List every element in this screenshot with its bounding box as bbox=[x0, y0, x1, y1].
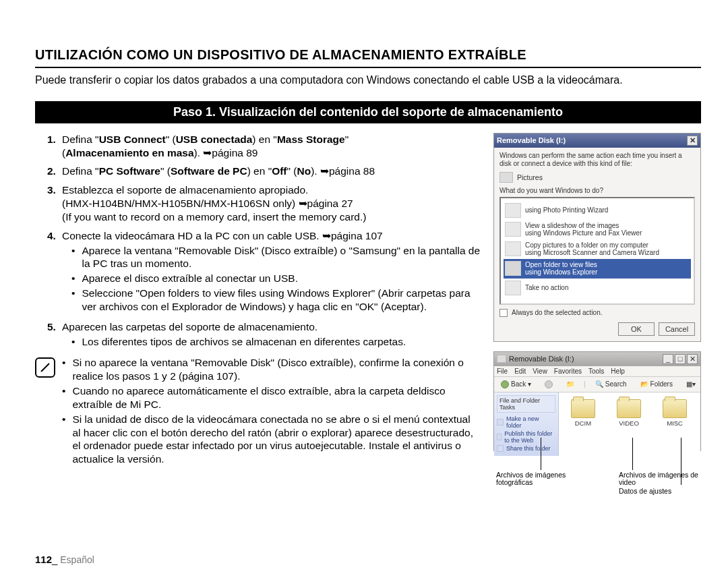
forward-button[interactable] bbox=[541, 379, 557, 390]
text: " bbox=[345, 134, 349, 145]
option-sub: using Windows Explorer bbox=[525, 268, 597, 276]
task-panel: File and Folder Tasks Make a new folder … bbox=[494, 392, 559, 456]
always-checkbox[interactable] bbox=[499, 309, 508, 317]
menu-help[interactable]: Help bbox=[611, 368, 625, 375]
dialog-desc: Windows can perform the same action each… bbox=[499, 152, 695, 168]
folder-icon bbox=[571, 399, 595, 418]
step-heading: Paso 1. Visualización del contenido del … bbox=[35, 101, 701, 123]
minimize-button[interactable]: _ bbox=[663, 354, 673, 364]
text: " ( bbox=[160, 165, 171, 177]
menu-favorites[interactable]: Favorites bbox=[554, 368, 582, 375]
up-button[interactable]: 📁 bbox=[562, 379, 578, 389]
dialog-prompt: What do you want Windows to do? bbox=[499, 187, 695, 194]
menu-edit[interactable]: Edit bbox=[514, 368, 526, 375]
note-item: Si la unidad de disco de la videocámara … bbox=[72, 413, 481, 466]
views-button[interactable]: ▦▾ bbox=[682, 379, 700, 389]
intro-text: Puede transferir o copiar los datos grab… bbox=[35, 74, 701, 88]
text: Almacenamiento en masa bbox=[65, 147, 193, 158]
maximize-button[interactable]: □ bbox=[675, 354, 686, 364]
menu-bar[interactable]: File Edit View Favorites Tools Help bbox=[494, 366, 700, 377]
option-open-folder[interactable]: Open folder to view filesusing Windows E… bbox=[504, 259, 691, 279]
language-label: Español bbox=[57, 554, 94, 565]
note-block: Si no aparece la ventana "Removable Disk… bbox=[35, 355, 481, 467]
folders-label: Folders bbox=[650, 380, 673, 388]
text: Aparecen las carpetas del soporte de alm… bbox=[62, 321, 317, 332]
text: Establezca el soporte de almacenamiento … bbox=[62, 184, 308, 196]
text: " ( bbox=[166, 134, 176, 145]
text: Software de PC bbox=[171, 165, 247, 177]
file-kind: Pictures bbox=[517, 173, 543, 181]
option-no-action[interactable]: Take no action bbox=[504, 279, 691, 297]
page-title: UTILIZACIÓN COMO UN DISPOSITIVO DE ALMAC… bbox=[35, 47, 701, 68]
text: " ( bbox=[287, 165, 297, 177]
option-slideshow[interactable]: View a slideshow of the imagesusing Wind… bbox=[504, 220, 691, 239]
task-share[interactable]: Share this folder bbox=[497, 445, 555, 452]
step-5: 5. Aparecen las carpetas del soporte de … bbox=[47, 320, 481, 350]
text: (If you want to record on a memory card,… bbox=[62, 211, 366, 223]
step-number: 2. bbox=[47, 165, 62, 178]
menu-tools[interactable]: Tools bbox=[588, 368, 604, 375]
cancel-button[interactable]: Cancel bbox=[659, 322, 695, 336]
menu-file[interactable]: File bbox=[497, 368, 508, 375]
option-photo-wizard[interactable]: using Photo Printing Wizard bbox=[504, 201, 691, 220]
bullet: Aparece la ventana "Removable Disk" (Dis… bbox=[82, 244, 481, 271]
pictures-icon bbox=[499, 172, 513, 183]
explorer-window: Removable Disk (I:) _ □ ✕ File Edit View… bbox=[493, 351, 701, 451]
folder-label: VIDEO bbox=[619, 419, 639, 427]
printer-icon bbox=[505, 203, 521, 218]
page-number: 112 bbox=[35, 554, 52, 565]
svg-line-0 bbox=[41, 363, 49, 372]
caption-photos: Archivos de imágenes fotográficas bbox=[496, 471, 590, 487]
step-number: 1. bbox=[47, 133, 62, 160]
close-button[interactable]: ✕ bbox=[687, 354, 698, 364]
pointer-line bbox=[541, 438, 541, 470]
action-list[interactable]: using Photo Printing Wizard View a slide… bbox=[499, 197, 695, 305]
task-label: Publish this folder to the Web bbox=[504, 430, 555, 444]
step-1: 1. Defina "USB Connect" (USB conectada) … bbox=[47, 133, 481, 160]
option-sub: using Windows Picture and Fax Viewer bbox=[525, 229, 642, 237]
option-label: Take no action bbox=[525, 284, 569, 291]
ok-button[interactable]: OK bbox=[618, 322, 655, 336]
folder-dcim[interactable]: DCIM bbox=[567, 399, 599, 427]
drive-icon bbox=[497, 355, 506, 363]
window-title: Removable Disk (I:) bbox=[509, 355, 574, 363]
panel-title: File and Folder Tasks bbox=[497, 395, 555, 413]
back-button[interactable]: Back ▾ bbox=[497, 379, 535, 390]
step-4: 4. Conecte la videocámara HD a la PC con… bbox=[47, 229, 481, 315]
task-new-folder[interactable]: Make a new folder bbox=[497, 415, 555, 429]
pointer-line bbox=[632, 438, 633, 470]
publish-icon bbox=[497, 434, 502, 440]
task-publish[interactable]: Publish this folder to the Web bbox=[497, 430, 555, 444]
folder-icon bbox=[505, 261, 521, 276]
option-label: Copy pictures to a folder on my computer bbox=[525, 241, 648, 249]
close-button[interactable]: ✕ bbox=[687, 136, 698, 146]
option-label: View a slideshow of the images bbox=[525, 222, 619, 229]
folders-button[interactable]: 📂 Folders bbox=[636, 379, 677, 389]
option-copy[interactable]: Copy pictures to a folder on my computer… bbox=[504, 239, 691, 259]
text: PC Software bbox=[99, 165, 160, 177]
caption-area: Archivos de imágenes fotográficas Archiv… bbox=[493, 461, 701, 508]
folder-misc[interactable]: MISC bbox=[659, 399, 691, 427]
text: USB Connect bbox=[99, 134, 166, 145]
page-footer: 112_ Español bbox=[35, 554, 94, 565]
folder-video[interactable]: VIDEO bbox=[613, 399, 645, 427]
text: ). bbox=[311, 165, 320, 177]
step-2: 2. Defina "PC Software" (Software de PC)… bbox=[47, 165, 481, 178]
folder-icon bbox=[617, 399, 641, 418]
caption-videos: Archivos de imágenes de video bbox=[619, 471, 700, 487]
step-number: 5. bbox=[47, 320, 62, 350]
text: ) en " bbox=[247, 165, 272, 177]
slideshow-icon bbox=[505, 222, 521, 237]
option-label: Open folder to view files bbox=[525, 261, 597, 268]
search-button[interactable]: 🔍 Search bbox=[591, 379, 631, 389]
note-item: Cuando no aparece automáticamente el dis… bbox=[72, 384, 481, 411]
folder-label: MISC bbox=[667, 419, 683, 427]
always-label: Always do the selected action. bbox=[512, 309, 603, 316]
task-label: Share this folder bbox=[506, 445, 551, 452]
step-number: 4. bbox=[47, 229, 62, 315]
menu-view[interactable]: View bbox=[533, 368, 547, 375]
folder-label: DCIM bbox=[575, 419, 591, 427]
instructions-column: 1. Defina "USB Connect" (USB conectada) … bbox=[35, 133, 481, 508]
step-number: 3. bbox=[47, 183, 62, 223]
bullet: Los diferentes tipos de archivos se alma… bbox=[82, 335, 406, 349]
